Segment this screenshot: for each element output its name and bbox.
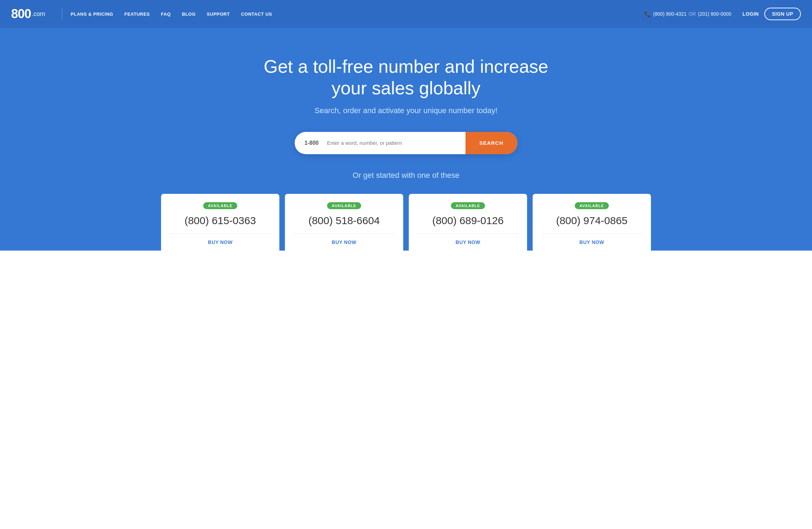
buy-now-button-3[interactable]: BUY NOW [541, 234, 643, 251]
available-badge-0: AVAILABLE [203, 202, 237, 209]
phone-icon: 📞 [644, 11, 651, 17]
login-button[interactable]: LOGIN [742, 11, 759, 17]
nav-contact-us[interactable]: CONTACT US [241, 11, 272, 17]
hero-subtitle: Search, order and activate your unique n… [11, 106, 801, 115]
logo: 800 [11, 7, 31, 21]
search-input[interactable] [324, 140, 465, 146]
or-text: Or get started with one of these [11, 171, 801, 180]
hero-title: Get a toll-free number and increase your… [249, 56, 563, 99]
buy-now-button-0[interactable]: BUY NOW [169, 234, 271, 251]
cards-container: AVAILABLE (800) 615-0363 BUY NOW AVAILAB… [11, 194, 801, 251]
header-phone-or: OR [688, 11, 696, 17]
buy-now-button-1[interactable]: BUY NOW [293, 234, 395, 251]
auth-area: LOGIN SIGN UP [742, 8, 801, 20]
phone-number-1: (800) 518-6604 [308, 215, 380, 227]
buy-now-button-2[interactable]: BUY NOW [417, 234, 519, 251]
header-phone-area: 📞 (800) 800-4321 OR (201) 800-0000 [644, 11, 732, 17]
hero-section: Get a toll-free number and increase your… [0, 28, 812, 251]
logo-area: 800 .com [11, 7, 45, 21]
number-card-1: AVAILABLE (800) 518-6604 BUY NOW [285, 194, 403, 251]
available-badge-3: AVAILABLE [575, 202, 609, 209]
nav-features[interactable]: FEATURES [124, 11, 150, 17]
nav-blog[interactable]: BLOG [182, 11, 196, 17]
phone-number-3: (800) 974-0865 [556, 215, 627, 227]
nav-support[interactable]: SUPPORT [207, 11, 230, 17]
available-badge-2: AVAILABLE [451, 202, 485, 209]
header-phone-primary: (800) 800-4321 [653, 11, 687, 17]
search-button[interactable]: SEARCH [465, 132, 517, 154]
number-card-2: AVAILABLE (800) 689-0126 BUY NOW [409, 194, 527, 251]
header-divider [62, 8, 62, 20]
nav-faq[interactable]: FAQ [161, 11, 171, 17]
logo-suffix: .com [32, 10, 45, 18]
cards-section: AVAILABLE (800) 615-0363 BUY NOW AVAILAB… [11, 194, 801, 251]
number-card-3: AVAILABLE (800) 974-0865 BUY NOW [533, 194, 651, 251]
phone-number-0: (800) 615-0363 [184, 215, 256, 227]
signup-button[interactable]: SIGN UP [764, 8, 801, 20]
search-bar: 1-800 SEARCH [295, 132, 517, 154]
phone-number-2: (800) 689-0126 [432, 215, 503, 227]
number-card-0: AVAILABLE (800) 615-0363 BUY NOW [161, 194, 279, 251]
available-badge-1: AVAILABLE [327, 202, 361, 209]
search-prefix: 1-800 [295, 140, 324, 146]
header: 800 .com PLANS & PRICING FEATURES FAQ BL… [0, 0, 812, 28]
search-container: 1-800 SEARCH [11, 132, 801, 154]
main-nav: PLANS & PRICING FEATURES FAQ BLOG SUPPOR… [71, 11, 644, 17]
header-phone-secondary: (201) 800-0000 [698, 11, 731, 17]
nav-plans-pricing[interactable]: PLANS & PRICING [71, 11, 113, 17]
